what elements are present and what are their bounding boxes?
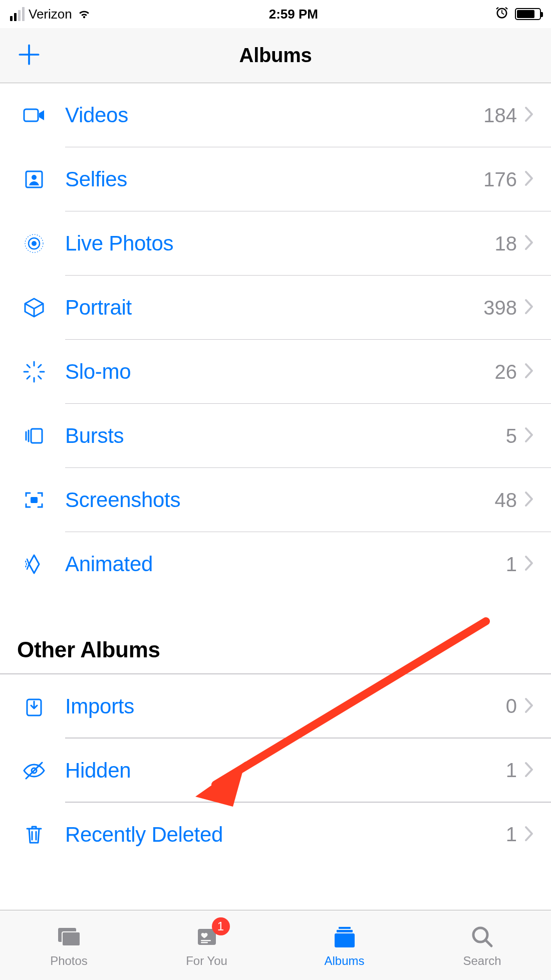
albums-list: Videos184Selfies176Live Photos18Portrait… — [0, 83, 551, 867]
album-label: Slo-mo — [65, 360, 495, 384]
albums-stack-icon — [331, 923, 359, 951]
album-label: Portrait — [65, 296, 483, 320]
album-label: Videos — [65, 103, 483, 127]
tab-bar: Photos 1 For You Albums Search — [0, 910, 551, 980]
svg-point-2 — [32, 175, 37, 180]
svg-line-13 — [39, 365, 42, 368]
imports-icon — [17, 694, 51, 718]
screenshots-icon — [17, 488, 51, 512]
video-icon — [17, 103, 51, 127]
tab-albums[interactable]: Albums — [276, 910, 413, 980]
for-you-badge: 1 — [212, 917, 230, 935]
bursts-icon — [17, 424, 51, 448]
album-row-portrait[interactable]: Portrait398 — [0, 276, 551, 340]
album-count: 1 — [506, 823, 517, 846]
chevron-right-icon — [524, 298, 534, 317]
album-count: 26 — [495, 361, 517, 383]
animated-icon — [17, 552, 51, 576]
add-album-button[interactable] — [15, 41, 43, 71]
svg-line-10 — [27, 365, 30, 368]
hidden-icon — [17, 759, 51, 783]
chevron-right-icon — [524, 234, 534, 253]
tab-search[interactable]: Search — [413, 910, 551, 980]
album-label: Bursts — [65, 424, 506, 448]
tab-label: Search — [463, 954, 501, 968]
album-row-live[interactable]: Live Photos18 — [0, 211, 551, 276]
chevron-right-icon — [524, 106, 534, 125]
selfies-icon — [17, 167, 51, 191]
svg-line-11 — [39, 376, 42, 379]
album-count: 18 — [495, 232, 517, 255]
svg-rect-0 — [24, 109, 38, 121]
section-header-other: Other Albums — [0, 626, 551, 673]
album-row-selfies[interactable]: Selfies176 — [0, 147, 551, 211]
album-label: Live Photos — [65, 231, 495, 256]
svg-rect-21 — [62, 932, 80, 946]
album-count: 48 — [495, 489, 517, 512]
album-row-video[interactable]: Videos184 — [0, 83, 551, 147]
tab-label: Photos — [50, 954, 88, 968]
album-label: Recently Deleted — [65, 823, 506, 847]
tab-photos[interactable]: Photos — [0, 910, 138, 980]
chevron-right-icon — [524, 761, 534, 780]
cell-signal-icon — [10, 7, 25, 21]
search-icon — [468, 923, 496, 951]
svg-rect-15 — [31, 497, 38, 503]
album-count: 5 — [506, 425, 517, 447]
album-row-hidden[interactable]: Hidden1 — [0, 739, 551, 803]
svg-point-3 — [32, 241, 37, 246]
live-icon — [17, 231, 51, 256]
album-row-animated[interactable]: Animated1 — [0, 532, 551, 596]
album-count: 398 — [483, 297, 517, 319]
chevron-right-icon — [524, 825, 534, 844]
wifi-icon — [76, 5, 92, 24]
chevron-right-icon — [524, 170, 534, 189]
album-count: 0 — [506, 695, 517, 717]
album-count: 1 — [506, 759, 517, 782]
album-label: Animated — [65, 552, 506, 576]
album-row-trash[interactable]: Recently Deleted1 — [0, 803, 551, 867]
album-row-bursts[interactable]: Bursts5 — [0, 404, 551, 468]
svg-rect-27 — [335, 933, 355, 947]
album-label: Hidden — [65, 759, 506, 783]
svg-rect-26 — [337, 930, 353, 932]
svg-rect-25 — [339, 927, 351, 929]
status-time: 2:59 PM — [269, 7, 318, 22]
album-count: 1 — [506, 553, 517, 576]
chevron-right-icon — [524, 491, 534, 510]
album-label: Screenshots — [65, 488, 495, 512]
chevron-right-icon — [524, 555, 534, 574]
trash-icon — [17, 823, 51, 847]
svg-line-29 — [485, 940, 491, 946]
battery-icon — [515, 8, 541, 20]
nav-title: Albums — [239, 44, 312, 67]
tab-label: Albums — [324, 954, 364, 968]
svg-line-12 — [27, 376, 30, 379]
carrier-label: Verizon — [29, 7, 72, 22]
chevron-right-icon — [524, 362, 534, 381]
status-bar: Verizon 2:59 PM — [0, 0, 551, 28]
nav-bar: Albums — [0, 28, 551, 83]
slomo-icon — [17, 360, 51, 384]
album-count: 176 — [483, 168, 517, 191]
svg-rect-24 — [201, 942, 208, 943]
album-row-imports[interactable]: Imports0 — [0, 674, 551, 739]
svg-rect-23 — [201, 940, 211, 941]
album-row-slomo[interactable]: Slo-mo26 — [0, 340, 551, 404]
chevron-right-icon — [524, 697, 534, 716]
chevron-right-icon — [524, 426, 534, 445]
portrait-icon — [17, 296, 51, 320]
tab-for-you[interactable]: 1 For You — [138, 910, 276, 980]
alarm-icon — [495, 6, 509, 23]
album-label: Imports — [65, 694, 506, 718]
album-row-screenshots[interactable]: Screenshots48 — [0, 468, 551, 532]
album-count: 184 — [483, 104, 517, 127]
svg-rect-14 — [31, 429, 42, 443]
tab-label: For You — [186, 954, 227, 968]
photos-stack-icon — [55, 923, 83, 951]
album-label: Selfies — [65, 167, 483, 191]
